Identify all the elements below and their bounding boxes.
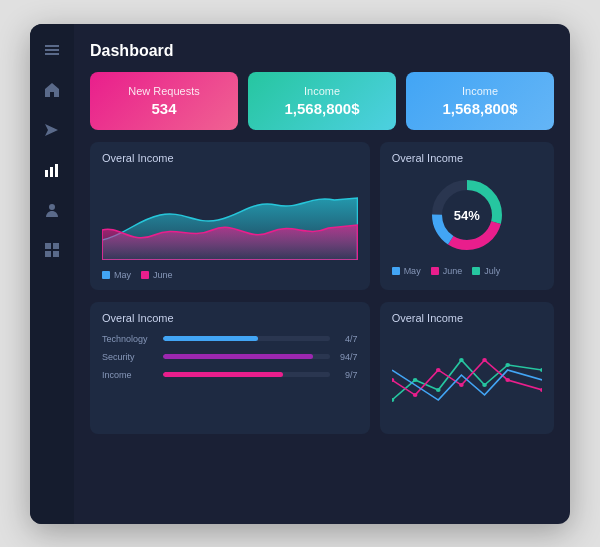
bar-track-income <box>163 372 330 377</box>
svg-point-28 <box>540 388 542 392</box>
stat-card-income-1[interactable]: Income 1,568,800$ <box>248 72 396 130</box>
bar-chart-area: Technology 4/7 Security 94/7 <box>102 330 358 392</box>
area-chart-title: Overal Income <box>102 152 358 164</box>
stat-card-new-requests-value: 534 <box>151 100 176 117</box>
area-chart-svg <box>102 170 358 260</box>
donut-container: 54% <box>392 170 542 260</box>
user-icon[interactable] <box>42 200 62 220</box>
stat-cards: New Requests 534 Income 1,568,800$ Incom… <box>90 72 554 130</box>
donut-chart-title: Overal Income <box>392 152 542 164</box>
stat-card-income-1-label: Income <box>304 85 340 97</box>
svg-rect-7 <box>45 243 51 249</box>
charts-row-1: Overal Income <box>90 142 554 290</box>
main-content: Dashboard New Requests 534 Income 1,568,… <box>74 24 570 524</box>
bar-label-income: Income <box>102 370 157 380</box>
bar-chart-card: Overal Income Technology 4/7 Security <box>90 302 370 434</box>
legend-june-dot <box>141 271 149 279</box>
charts-row-2: Overal Income Technology 4/7 Security <box>90 302 554 434</box>
bar-value-income: 9/7 <box>336 370 358 380</box>
bar-fill-income <box>163 372 283 377</box>
bar-track-security <box>163 354 330 359</box>
svg-point-26 <box>482 358 487 362</box>
legend-june: June <box>141 270 173 280</box>
svg-point-20 <box>505 363 510 367</box>
bar-label-technology: Technology <box>102 334 157 344</box>
svg-point-16 <box>412 378 417 382</box>
svg-point-19 <box>482 383 487 387</box>
donut-legend-july: July <box>472 266 500 276</box>
page-title: Dashboard <box>90 42 554 60</box>
page-container: Dashboard New Requests 534 Income 1,568,… <box>0 0 600 547</box>
svg-rect-10 <box>53 251 59 257</box>
area-chart-card: Overal Income <box>90 142 370 290</box>
line-chart-svg <box>392 330 542 420</box>
svg-point-18 <box>459 358 464 362</box>
svg-rect-8 <box>53 243 59 249</box>
bar-row-technology: Technology 4/7 <box>102 334 358 344</box>
svg-point-21 <box>540 368 542 372</box>
donut-chart-card: Overal Income <box>380 142 554 290</box>
area-chart-legend: May June <box>102 270 358 280</box>
bar-track-technology <box>163 336 330 341</box>
svg-rect-4 <box>50 167 53 177</box>
donut-wrapper: 54% <box>427 175 507 255</box>
grid-icon[interactable] <box>42 240 62 260</box>
dashboard-wrapper: Dashboard New Requests 534 Income 1,568,… <box>30 24 570 524</box>
bar-fill-security <box>163 354 313 359</box>
bar-row-income: Income 9/7 <box>102 370 358 380</box>
stat-card-income-2-label: Income <box>462 85 498 97</box>
svg-point-6 <box>49 204 55 210</box>
bar-label-security: Security <box>102 352 157 362</box>
menu-icon[interactable] <box>42 40 62 60</box>
svg-point-17 <box>436 388 441 392</box>
donut-percent-label: 54% <box>454 207 480 222</box>
svg-rect-3 <box>45 170 48 177</box>
bar-fill-technology <box>163 336 258 341</box>
chart-icon[interactable] <box>42 160 62 180</box>
home-icon[interactable] <box>42 80 62 100</box>
svg-point-27 <box>505 378 510 382</box>
bar-value-security: 94/7 <box>336 352 358 362</box>
line-chart-title: Overal Income <box>392 312 542 324</box>
donut-legend-may: May <box>392 266 421 276</box>
stat-card-new-requests-label: New Requests <box>128 85 200 97</box>
legend-may-dot <box>102 271 110 279</box>
bar-row-security: Security 94/7 <box>102 352 358 362</box>
donut-legend-june: June <box>431 266 463 276</box>
stat-card-new-requests[interactable]: New Requests 534 <box>90 72 238 130</box>
donut-chart-legend: May June July <box>392 266 542 276</box>
svg-point-23 <box>412 393 417 397</box>
bar-chart-title: Overal Income <box>102 312 358 324</box>
svg-rect-0 <box>45 45 59 47</box>
stat-card-income-2-value: 1,568,800$ <box>442 100 517 117</box>
stat-card-income-2[interactable]: Income 1,568,800$ <box>406 72 554 130</box>
svg-rect-9 <box>45 251 51 257</box>
sidebar <box>30 24 74 524</box>
svg-rect-5 <box>55 164 58 177</box>
bar-value-technology: 4/7 <box>336 334 358 344</box>
svg-point-24 <box>436 368 441 372</box>
legend-may: May <box>102 270 131 280</box>
svg-point-25 <box>459 383 464 387</box>
svg-rect-2 <box>45 53 59 55</box>
line-chart-card: Overal Income <box>380 302 554 434</box>
svg-rect-1 <box>45 49 59 51</box>
send-icon[interactable] <box>42 120 62 140</box>
stat-card-income-1-value: 1,568,800$ <box>284 100 359 117</box>
